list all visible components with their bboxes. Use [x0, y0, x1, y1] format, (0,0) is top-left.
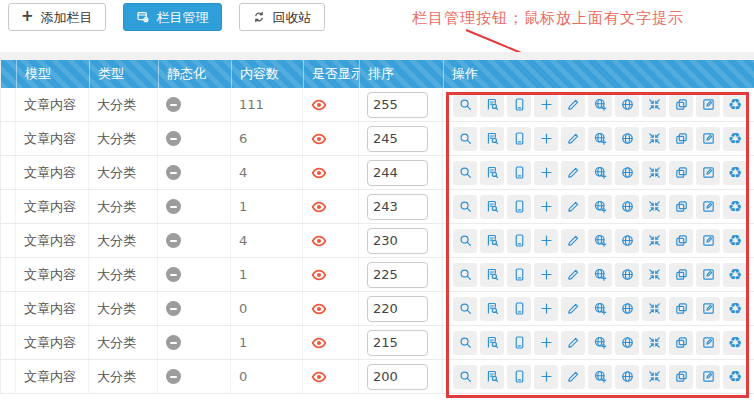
static-disabled-icon[interactable] [166, 267, 181, 282]
search-action-button[interactable] [453, 195, 477, 219]
edit-action-button[interactable] [561, 195, 585, 219]
edit-box-action-button[interactable] [696, 263, 720, 287]
compress-action-button[interactable] [642, 195, 666, 219]
search-action-button[interactable] [453, 93, 477, 117]
static-disabled-icon[interactable] [166, 233, 181, 248]
mobile-action-button[interactable] [507, 93, 531, 117]
edit-box-action-button[interactable] [696, 297, 720, 321]
add-column-button[interactable]: + 添加栏目 [8, 3, 106, 31]
visible-eye-icon[interactable] [311, 165, 327, 181]
recycle-bin-button[interactable]: 回收站 [239, 3, 325, 31]
edit-action-button[interactable] [561, 263, 585, 287]
search-action-button[interactable] [453, 127, 477, 151]
sort-input[interactable] [367, 194, 428, 220]
add-action-button[interactable] [534, 263, 558, 287]
visible-eye-icon[interactable] [311, 97, 327, 113]
recycle-action-button[interactable]: ♻ [723, 297, 747, 321]
doc-search-action-button[interactable] [480, 161, 504, 185]
mobile-action-button[interactable] [507, 229, 531, 253]
search-action-button[interactable] [453, 161, 477, 185]
mobile-action-button[interactable] [507, 297, 531, 321]
copy-action-button[interactable] [669, 263, 693, 287]
search-action-button[interactable] [453, 297, 477, 321]
visible-eye-icon[interactable] [311, 233, 327, 249]
doc-search-action-button[interactable] [480, 195, 504, 219]
edit-box-action-button[interactable] [696, 161, 720, 185]
edit-box-action-button[interactable] [696, 195, 720, 219]
globe-action-button[interactable] [615, 93, 639, 117]
sort-input[interactable] [367, 364, 428, 390]
recycle-action-button[interactable]: ♻ [723, 331, 747, 355]
globe-add-action-button[interactable] [588, 229, 612, 253]
visible-eye-icon[interactable] [311, 335, 327, 351]
search-action-button[interactable] [453, 331, 477, 355]
search-action-button[interactable] [453, 263, 477, 287]
compress-action-button[interactable] [642, 229, 666, 253]
visible-eye-icon[interactable] [311, 199, 327, 215]
globe-add-action-button[interactable] [588, 195, 612, 219]
copy-action-button[interactable] [669, 297, 693, 321]
sort-input[interactable] [367, 228, 428, 254]
globe-action-button[interactable] [615, 297, 639, 321]
mobile-action-button[interactable] [507, 195, 531, 219]
compress-action-button[interactable] [642, 93, 666, 117]
globe-add-action-button[interactable] [588, 161, 612, 185]
compress-action-button[interactable] [642, 365, 666, 389]
compress-action-button[interactable] [642, 127, 666, 151]
edit-box-action-button[interactable] [696, 331, 720, 355]
globe-action-button[interactable] [615, 365, 639, 389]
edit-action-button[interactable] [561, 297, 585, 321]
add-action-button[interactable] [534, 195, 558, 219]
visible-eye-icon[interactable] [311, 267, 327, 283]
edit-action-button[interactable] [561, 161, 585, 185]
globe-add-action-button[interactable] [588, 365, 612, 389]
globe-action-button[interactable] [615, 263, 639, 287]
globe-action-button[interactable] [615, 127, 639, 151]
visible-eye-icon[interactable] [311, 301, 327, 317]
globe-add-action-button[interactable] [588, 263, 612, 287]
copy-action-button[interactable] [669, 93, 693, 117]
add-action-button[interactable] [534, 297, 558, 321]
static-disabled-icon[interactable] [166, 369, 181, 384]
edit-action-button[interactable] [561, 127, 585, 151]
add-action-button[interactable] [534, 161, 558, 185]
mobile-action-button[interactable] [507, 161, 531, 185]
sort-input[interactable] [367, 262, 428, 288]
static-disabled-icon[interactable] [166, 199, 181, 214]
mobile-action-button[interactable] [507, 331, 531, 355]
sort-input[interactable] [367, 160, 428, 186]
recycle-action-button[interactable]: ♻ [723, 229, 747, 253]
column-manage-button[interactable]: 栏目管理 [123, 3, 222, 31]
doc-search-action-button[interactable] [480, 127, 504, 151]
globe-add-action-button[interactable] [588, 93, 612, 117]
recycle-action-button[interactable]: ♻ [723, 127, 747, 151]
edit-box-action-button[interactable] [696, 127, 720, 151]
visible-eye-icon[interactable] [311, 369, 327, 385]
doc-search-action-button[interactable] [480, 93, 504, 117]
static-disabled-icon[interactable] [166, 335, 181, 350]
recycle-action-button[interactable]: ♻ [723, 161, 747, 185]
doc-search-action-button[interactable] [480, 263, 504, 287]
visible-eye-icon[interactable] [311, 131, 327, 147]
compress-action-button[interactable] [642, 263, 666, 287]
mobile-action-button[interactable] [507, 263, 531, 287]
globe-add-action-button[interactable] [588, 127, 612, 151]
static-disabled-icon[interactable] [166, 97, 181, 112]
doc-search-action-button[interactable] [480, 365, 504, 389]
sort-input[interactable] [367, 296, 428, 322]
doc-search-action-button[interactable] [480, 297, 504, 321]
edit-box-action-button[interactable] [696, 365, 720, 389]
static-disabled-icon[interactable] [166, 301, 181, 316]
edit-action-button[interactable] [561, 93, 585, 117]
edit-action-button[interactable] [561, 365, 585, 389]
recycle-action-button[interactable]: ♻ [723, 195, 747, 219]
mobile-action-button[interactable] [507, 127, 531, 151]
doc-search-action-button[interactable] [480, 229, 504, 253]
globe-action-button[interactable] [615, 161, 639, 185]
recycle-action-button[interactable]: ♻ [723, 93, 747, 117]
add-action-button[interactable] [534, 229, 558, 253]
add-action-button[interactable] [534, 127, 558, 151]
compress-action-button[interactable] [642, 297, 666, 321]
add-action-button[interactable] [534, 93, 558, 117]
copy-action-button[interactable] [669, 331, 693, 355]
